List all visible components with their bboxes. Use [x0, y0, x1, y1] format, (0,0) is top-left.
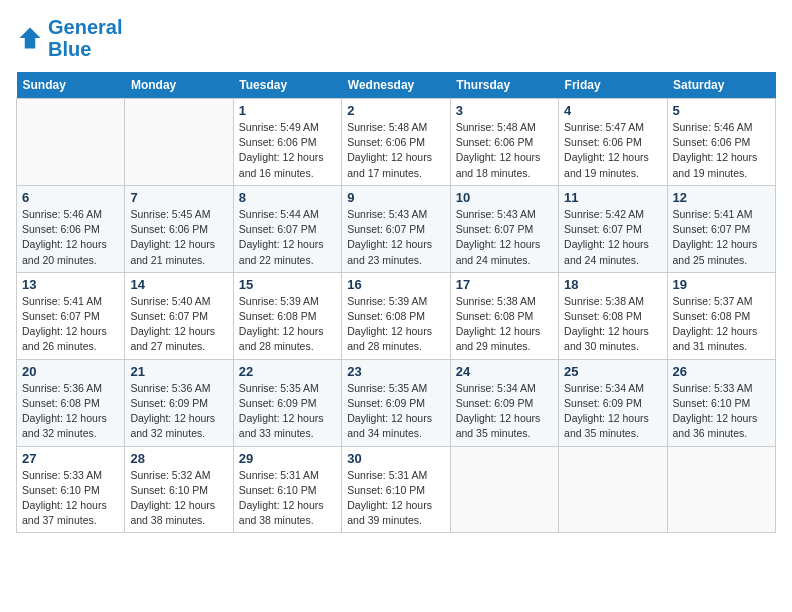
- day-info: Sunrise: 5:34 AM Sunset: 6:09 PM Dayligh…: [564, 381, 661, 442]
- day-number: 4: [564, 103, 661, 118]
- calendar-cell: 11Sunrise: 5:42 AM Sunset: 6:07 PM Dayli…: [559, 185, 667, 272]
- day-header: Friday: [559, 72, 667, 99]
- logo: General Blue: [16, 16, 122, 60]
- day-number: 26: [673, 364, 770, 379]
- day-header: Monday: [125, 72, 233, 99]
- day-info: Sunrise: 5:35 AM Sunset: 6:09 PM Dayligh…: [239, 381, 336, 442]
- day-info: Sunrise: 5:32 AM Sunset: 6:10 PM Dayligh…: [130, 468, 227, 529]
- calendar-cell: 1Sunrise: 5:49 AM Sunset: 6:06 PM Daylig…: [233, 99, 341, 186]
- day-number: 2: [347, 103, 444, 118]
- day-number: 29: [239, 451, 336, 466]
- day-info: Sunrise: 5:38 AM Sunset: 6:08 PM Dayligh…: [564, 294, 661, 355]
- calendar-cell: 23Sunrise: 5:35 AM Sunset: 6:09 PM Dayli…: [342, 359, 450, 446]
- day-info: Sunrise: 5:47 AM Sunset: 6:06 PM Dayligh…: [564, 120, 661, 181]
- page-header: General Blue: [16, 16, 776, 60]
- calendar-cell: [17, 99, 125, 186]
- calendar-cell: 14Sunrise: 5:40 AM Sunset: 6:07 PM Dayli…: [125, 272, 233, 359]
- day-number: 20: [22, 364, 119, 379]
- calendar-cell: 13Sunrise: 5:41 AM Sunset: 6:07 PM Dayli…: [17, 272, 125, 359]
- logo-icon: [16, 24, 44, 52]
- day-number: 8: [239, 190, 336, 205]
- calendar-cell: 9Sunrise: 5:43 AM Sunset: 6:07 PM Daylig…: [342, 185, 450, 272]
- day-info: Sunrise: 5:42 AM Sunset: 6:07 PM Dayligh…: [564, 207, 661, 268]
- day-number: 5: [673, 103, 770, 118]
- calendar-cell: 8Sunrise: 5:44 AM Sunset: 6:07 PM Daylig…: [233, 185, 341, 272]
- day-info: Sunrise: 5:33 AM Sunset: 6:10 PM Dayligh…: [673, 381, 770, 442]
- day-number: 25: [564, 364, 661, 379]
- calendar-cell: 17Sunrise: 5:38 AM Sunset: 6:08 PM Dayli…: [450, 272, 558, 359]
- day-info: Sunrise: 5:31 AM Sunset: 6:10 PM Dayligh…: [347, 468, 444, 529]
- calendar-week-row: 1Sunrise: 5:49 AM Sunset: 6:06 PM Daylig…: [17, 99, 776, 186]
- calendar-cell: 24Sunrise: 5:34 AM Sunset: 6:09 PM Dayli…: [450, 359, 558, 446]
- day-number: 17: [456, 277, 553, 292]
- calendar-week-row: 13Sunrise: 5:41 AM Sunset: 6:07 PM Dayli…: [17, 272, 776, 359]
- day-info: Sunrise: 5:38 AM Sunset: 6:08 PM Dayligh…: [456, 294, 553, 355]
- day-header: Tuesday: [233, 72, 341, 99]
- day-info: Sunrise: 5:33 AM Sunset: 6:10 PM Dayligh…: [22, 468, 119, 529]
- calendar-week-row: 20Sunrise: 5:36 AM Sunset: 6:08 PM Dayli…: [17, 359, 776, 446]
- calendar-cell: 12Sunrise: 5:41 AM Sunset: 6:07 PM Dayli…: [667, 185, 775, 272]
- day-info: Sunrise: 5:46 AM Sunset: 6:06 PM Dayligh…: [673, 120, 770, 181]
- calendar-cell: 19Sunrise: 5:37 AM Sunset: 6:08 PM Dayli…: [667, 272, 775, 359]
- day-number: 9: [347, 190, 444, 205]
- day-number: 3: [456, 103, 553, 118]
- day-number: 1: [239, 103, 336, 118]
- calendar-cell: 16Sunrise: 5:39 AM Sunset: 6:08 PM Dayli…: [342, 272, 450, 359]
- day-info: Sunrise: 5:43 AM Sunset: 6:07 PM Dayligh…: [456, 207, 553, 268]
- day-info: Sunrise: 5:36 AM Sunset: 6:09 PM Dayligh…: [130, 381, 227, 442]
- day-number: 12: [673, 190, 770, 205]
- day-info: Sunrise: 5:37 AM Sunset: 6:08 PM Dayligh…: [673, 294, 770, 355]
- calendar-cell: 22Sunrise: 5:35 AM Sunset: 6:09 PM Dayli…: [233, 359, 341, 446]
- calendar-cell: 2Sunrise: 5:48 AM Sunset: 6:06 PM Daylig…: [342, 99, 450, 186]
- calendar-cell: 26Sunrise: 5:33 AM Sunset: 6:10 PM Dayli…: [667, 359, 775, 446]
- day-header: Saturday: [667, 72, 775, 99]
- calendar-week-row: 6Sunrise: 5:46 AM Sunset: 6:06 PM Daylig…: [17, 185, 776, 272]
- day-info: Sunrise: 5:43 AM Sunset: 6:07 PM Dayligh…: [347, 207, 444, 268]
- day-info: Sunrise: 5:46 AM Sunset: 6:06 PM Dayligh…: [22, 207, 119, 268]
- calendar-cell: 3Sunrise: 5:48 AM Sunset: 6:06 PM Daylig…: [450, 99, 558, 186]
- calendar-week-row: 27Sunrise: 5:33 AM Sunset: 6:10 PM Dayli…: [17, 446, 776, 533]
- svg-marker-0: [20, 28, 41, 49]
- day-number: 7: [130, 190, 227, 205]
- calendar-cell: 25Sunrise: 5:34 AM Sunset: 6:09 PM Dayli…: [559, 359, 667, 446]
- calendar-cell: 28Sunrise: 5:32 AM Sunset: 6:10 PM Dayli…: [125, 446, 233, 533]
- day-number: 24: [456, 364, 553, 379]
- day-number: 11: [564, 190, 661, 205]
- day-number: 27: [22, 451, 119, 466]
- calendar-cell: [450, 446, 558, 533]
- day-info: Sunrise: 5:41 AM Sunset: 6:07 PM Dayligh…: [22, 294, 119, 355]
- day-info: Sunrise: 5:45 AM Sunset: 6:06 PM Dayligh…: [130, 207, 227, 268]
- calendar-cell: 4Sunrise: 5:47 AM Sunset: 6:06 PM Daylig…: [559, 99, 667, 186]
- day-info: Sunrise: 5:44 AM Sunset: 6:07 PM Dayligh…: [239, 207, 336, 268]
- day-number: 6: [22, 190, 119, 205]
- calendar-cell: 15Sunrise: 5:39 AM Sunset: 6:08 PM Dayli…: [233, 272, 341, 359]
- day-info: Sunrise: 5:49 AM Sunset: 6:06 PM Dayligh…: [239, 120, 336, 181]
- day-number: 23: [347, 364, 444, 379]
- day-number: 28: [130, 451, 227, 466]
- day-number: 16: [347, 277, 444, 292]
- day-number: 14: [130, 277, 227, 292]
- day-info: Sunrise: 5:40 AM Sunset: 6:07 PM Dayligh…: [130, 294, 227, 355]
- day-info: Sunrise: 5:34 AM Sunset: 6:09 PM Dayligh…: [456, 381, 553, 442]
- day-number: 30: [347, 451, 444, 466]
- day-info: Sunrise: 5:35 AM Sunset: 6:09 PM Dayligh…: [347, 381, 444, 442]
- day-info: Sunrise: 5:48 AM Sunset: 6:06 PM Dayligh…: [456, 120, 553, 181]
- calendar-body: 1Sunrise: 5:49 AM Sunset: 6:06 PM Daylig…: [17, 99, 776, 533]
- day-number: 19: [673, 277, 770, 292]
- calendar-cell: 18Sunrise: 5:38 AM Sunset: 6:08 PM Dayli…: [559, 272, 667, 359]
- day-info: Sunrise: 5:39 AM Sunset: 6:08 PM Dayligh…: [347, 294, 444, 355]
- day-info: Sunrise: 5:39 AM Sunset: 6:08 PM Dayligh…: [239, 294, 336, 355]
- day-info: Sunrise: 5:41 AM Sunset: 6:07 PM Dayligh…: [673, 207, 770, 268]
- calendar-cell: [125, 99, 233, 186]
- calendar-table: SundayMondayTuesdayWednesdayThursdayFrid…: [16, 72, 776, 533]
- day-info: Sunrise: 5:48 AM Sunset: 6:06 PM Dayligh…: [347, 120, 444, 181]
- calendar-cell: 10Sunrise: 5:43 AM Sunset: 6:07 PM Dayli…: [450, 185, 558, 272]
- calendar-cell: [667, 446, 775, 533]
- day-info: Sunrise: 5:36 AM Sunset: 6:08 PM Dayligh…: [22, 381, 119, 442]
- calendar-cell: 20Sunrise: 5:36 AM Sunset: 6:08 PM Dayli…: [17, 359, 125, 446]
- logo-text: General Blue: [48, 16, 122, 60]
- calendar-cell: 29Sunrise: 5:31 AM Sunset: 6:10 PM Dayli…: [233, 446, 341, 533]
- day-header: Sunday: [17, 72, 125, 99]
- day-number: 10: [456, 190, 553, 205]
- day-number: 15: [239, 277, 336, 292]
